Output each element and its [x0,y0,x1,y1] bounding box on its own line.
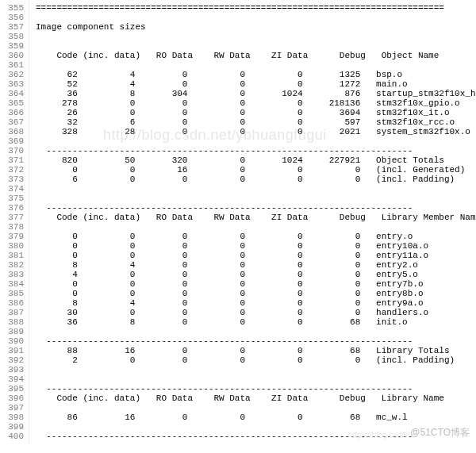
code-line: 36 8 0 0 0 68 init.o [36,317,476,327]
code-line: Code (inc. data) RO Data RW Data ZI Data… [36,213,476,222]
code-line [36,32,476,41]
line-number: 369 [0,136,24,146]
code-line [36,184,476,194]
line-number: 391 [0,346,24,355]
code-line [36,374,476,384]
code-line: 52 4 0 0 0 1272 main.o [36,79,476,89]
code-line: ----------------------------------------… [36,203,476,213]
line-number: 373 [0,175,24,184]
line-number: 365 [0,98,24,108]
code-line [36,222,476,232]
line-number: 372 [0,165,24,175]
code-line: ----------------------------------------… [36,336,476,346]
code-line [36,41,476,51]
code-content: ========================================… [29,0,476,444]
line-number: 390 [0,336,24,346]
line-number: 397 [0,403,24,413]
code-line: ========================================… [36,3,476,13]
code-line [36,13,476,22]
code-line [36,403,476,413]
code-line [36,194,476,203]
line-number: 378 [0,222,24,232]
code-line: 26 0 0 0 0 3694 stm32f10x_it.o [36,108,476,117]
code-line: 2 0 0 0 0 0 (incl. Padding) [36,355,476,365]
line-number: 382 [0,260,24,270]
code-line: 0 0 0 0 0 0 entry7b.o [36,279,476,289]
line-number: 374 [0,184,24,194]
code-line: 6 0 0 0 0 0 (incl. Padding) [36,175,476,184]
code-line: 278 0 0 0 0 218136 stm32f10x_gpio.o [36,98,476,108]
line-number: 362 [0,70,24,79]
line-number: 377 [0,213,24,222]
code-line: 0 0 16 0 0 0 (incl. Generated) [36,165,476,175]
line-number: 360 [0,51,24,60]
line-number: 388 [0,317,24,327]
line-number: 370 [0,146,24,155]
code-line: 0 0 0 0 0 0 entry10a.o [36,241,476,251]
code-line: 820 50 320 0 1024 227921 Object Totals [36,155,476,165]
code-line: 36 8 304 0 1024 876 startup_stm32f10x_hd… [36,89,476,98]
code-line: 32 6 0 0 0 597 stm32f10x_rcc.o [36,117,476,127]
line-number: 371 [0,155,24,165]
line-number: 383 [0,270,24,279]
line-number: 367 [0,117,24,127]
code-line: ----------------------------------------… [36,432,476,441]
code-line [36,365,476,374]
line-number: 376 [0,203,24,213]
code-line: 8 4 0 0 0 0 entry2.o [36,260,476,270]
line-number: 363 [0,79,24,89]
code-line: 86 16 0 0 0 68 mc_w.l [36,413,476,422]
code-line: 328 28 0 0 0 2021 system_stm32f10x.o [36,127,476,136]
code-line: 4 0 0 0 0 0 entry5.o [36,270,476,279]
code-line: 0 0 0 0 0 0 entry.o [36,232,476,241]
code-line [36,60,476,70]
line-number: 396 [0,393,24,403]
line-number: 366 [0,108,24,117]
line-number: 384 [0,279,24,289]
code-line [36,327,476,336]
line-number: 393 [0,365,24,374]
line-number: 375 [0,194,24,203]
line-number: 395 [0,384,24,393]
code-line: 62 4 0 0 0 1325 bsp.o [36,70,476,79]
line-number: 381 [0,251,24,260]
code-line [36,422,476,432]
line-number: 398 [0,413,24,422]
line-number: 394 [0,374,24,384]
line-number: 368 [0,127,24,136]
code-line: 88 16 0 0 0 68 Library Totals [36,346,476,355]
code-line: ----------------------------------------… [36,384,476,393]
line-number: 356 [0,13,24,22]
line-number: 355 [0,3,24,13]
line-number: 357 [0,22,24,32]
line-number: 385 [0,289,24,298]
code-line: ----------------------------------------… [36,146,476,155]
code-line: Code (inc. data) RO Data RW Data ZI Data… [36,393,476,403]
line-number: 359 [0,41,24,51]
line-number: 361 [0,60,24,70]
line-number: 364 [0,89,24,98]
line-number: 379 [0,232,24,241]
line-number: 380 [0,241,24,251]
line-number: 358 [0,32,24,41]
line-number: 400 [0,432,24,441]
line-number: 399 [0,422,24,432]
line-number: 392 [0,355,24,365]
line-number: 389 [0,327,24,336]
line-number-gutter: 3553563573583593603613623633643653663673… [0,0,29,444]
line-number: 387 [0,308,24,317]
code-line [36,136,476,146]
code-line: 30 0 0 0 0 0 handlers.o [36,308,476,317]
code-line: Code (inc. data) RO Data RW Data ZI Data… [36,51,476,60]
code-line: 0 0 0 0 0 0 entry8b.o [36,289,476,298]
code-line: Image component sizes [36,22,476,32]
line-number: 386 [0,298,24,308]
code-line: 8 4 0 0 0 0 entry9a.o [36,298,476,308]
code-line: 0 0 0 0 0 0 entry11a.o [36,251,476,260]
